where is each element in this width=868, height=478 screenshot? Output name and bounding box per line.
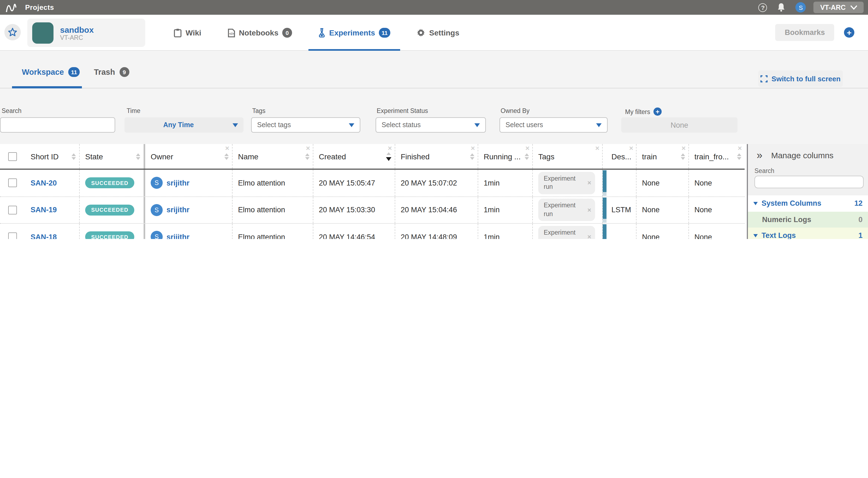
cell-name: Elmo attention [232,197,313,223]
tab-notebooks[interactable]: </>Notebooks0 [218,15,302,51]
column-header-train[interactable]: train× [637,144,689,169]
column-header-label: Short ID [31,152,59,161]
sort-arrows-icon[interactable] [681,153,685,160]
column-header-short_id[interactable]: Short ID [25,144,80,169]
cell-owner: Ssrijithr [145,197,232,223]
gear-icon [416,28,425,37]
app-logo-wave-icon[interactable] [5,2,18,13]
sort-arrows-icon[interactable] [136,153,140,160]
table-row: SAN-18SUCCEEDEDSsrijithrElmo attention20… [0,224,745,239]
row-checkbox[interactable] [8,179,17,187]
sort-arrows-icon[interactable] [386,152,392,161]
experiment-id-link[interactable]: SAN-19 [31,206,57,214]
owner-link[interactable]: srijithr [166,233,189,239]
row-checkbox[interactable] [8,206,17,215]
add-filter-plus-icon[interactable]: + [653,107,662,116]
myfilters-value[interactable]: None [621,117,738,133]
owner-filter-dropdown[interactable]: Select users [499,117,608,133]
view-tab-label: Workspace [22,68,64,76]
remove-column-icon[interactable]: × [471,145,475,152]
sort-arrows-icon[interactable] [470,153,474,160]
sort-asc-icon [737,153,741,156]
remove-column-icon[interactable]: × [388,145,392,152]
collapse-sidebar-icon[interactable]: » [756,151,763,160]
column-header-owner[interactable]: Owner× [145,144,232,169]
tag-chip[interactable]: Experiment run× [538,199,595,221]
status-filter-dropdown[interactable]: Select status [376,117,486,133]
column-header-name[interactable]: Name× [232,144,313,169]
dropdown-caret-icon [596,123,601,127]
column-header-running[interactable]: Running ...× [478,144,533,169]
bookmarks-button[interactable]: Bookmarks [775,24,834,41]
cell-text: 20 MAY 15:04:46 [401,206,457,214]
experiment-id-link[interactable]: SAN-18 [31,233,57,239]
cell-des [603,170,637,196]
tab-wiki[interactable]: Wiki [164,15,211,51]
sidebar-section-text-logs[interactable]: Text Logs1 [748,227,868,239]
status-badge: SUCCEEDED [85,178,134,189]
tag-chip[interactable]: Experiment run× [538,171,595,194]
column-header-finished[interactable]: Finished× [395,144,478,169]
owner-link[interactable]: srijithr [166,206,189,214]
sort-arrows-icon[interactable] [71,153,76,160]
sidebar-section-numeric-logs[interactable]: Numeric Logs0 [748,212,868,227]
sort-desc-icon [305,157,310,160]
table-header: Short IDStateOwner×Name×Created×Finished… [0,144,747,170]
section-caret-icon[interactable] [753,234,758,237]
column-header-state[interactable]: State [80,144,145,169]
sort-asc-icon [71,153,76,156]
tags-filter-dropdown[interactable]: Select tags [251,117,360,133]
favorite-star-icon[interactable] [4,24,21,40]
view-tab-trash[interactable]: Trash9 [94,67,129,77]
project-name[interactable]: sandbox [60,25,94,34]
remove-column-icon[interactable]: × [682,145,686,152]
remove-tag-icon[interactable]: × [587,205,591,214]
project-card[interactable]: sandbox VT-ARC [27,19,145,47]
view-tab-workspace[interactable]: Workspace11 [22,67,80,77]
time-filter-dropdown[interactable]: Any Time [124,117,244,133]
user-avatar[interactable]: S [796,2,806,12]
remove-tag-icon[interactable]: × [587,179,591,187]
tab-count-badge: 11 [379,28,390,38]
workspace-switcher-button[interactable]: VT-ARC [814,2,864,13]
fullscreen-button[interactable]: Switch to full screen [758,70,843,87]
remove-column-icon[interactable]: × [629,145,633,152]
owner-link[interactable]: srijithr [166,179,189,187]
remove-tag-icon[interactable]: × [587,232,591,239]
cell-train_fro: None [689,170,745,196]
cell-text: None [694,179,712,187]
remove-column-icon[interactable]: × [595,145,599,152]
help-icon[interactable]: ? [758,3,767,12]
column-header-train_fro[interactable]: train_fro...× [689,144,745,169]
sort-desc-icon [681,157,685,160]
remove-column-icon[interactable]: × [306,145,310,152]
column-header-des[interactable]: Des...× [603,144,637,169]
sidebar-search-input[interactable] [754,176,864,188]
column-header-tags[interactable]: Tags× [533,144,603,169]
sidebar-section-system-columns[interactable]: System Columns12 [748,195,868,212]
select-all-checkbox[interactable] [8,152,17,161]
remove-column-icon[interactable]: × [525,145,530,152]
section-caret-icon[interactable] [753,202,758,205]
description-indicator-bar [603,170,606,192]
cell-text: 20 MAY 15:07:02 [401,179,457,187]
search-input[interactable] [0,117,115,133]
row-checkbox[interactable] [8,233,17,239]
add-bookmark-plus-icon[interactable]: + [844,27,854,38]
tab-count-badge: 0 [282,28,292,38]
remove-column-icon[interactable]: × [738,145,742,152]
tab-experiments[interactable]: Experiments11 [308,15,400,51]
sort-arrows-icon[interactable] [305,153,310,160]
remove-column-icon[interactable]: × [225,145,229,152]
experiment-id-link[interactable]: SAN-20 [31,179,57,187]
sort-arrows-icon[interactable] [525,153,529,160]
tab-settings[interactable]: Settings [407,15,469,51]
column-header-created[interactable]: Created× [313,144,395,169]
tag-chip[interactable]: Experiment run× [538,226,595,239]
fullscreen-icon [761,75,768,82]
sort-arrows-icon[interactable] [737,153,741,160]
notifications-bell-icon[interactable] [777,3,786,12]
cell-text: None [642,233,660,239]
cell-des: LSTM [603,197,637,223]
sort-arrows-icon[interactable] [224,153,229,160]
